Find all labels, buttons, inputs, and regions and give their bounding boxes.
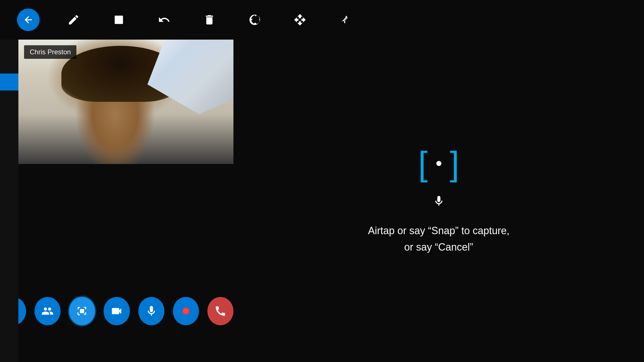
svg-rect-0 (115, 16, 123, 24)
snap-instruction: Airtap or say “Snap” to capture, or say … (368, 223, 509, 255)
pin-button[interactable] (334, 8, 357, 31)
pen-button[interactable] (62, 8, 85, 31)
screenshot-button[interactable] (69, 297, 95, 325)
undo-button[interactable] (153, 8, 175, 31)
toolbar (0, 0, 644, 40)
participant-name-badge: Chris Preston (24, 45, 76, 59)
participants-button[interactable] (35, 297, 61, 325)
svg-point-3 (183, 309, 188, 314)
microphone-large-icon (433, 192, 445, 211)
svg-rect-1 (80, 309, 84, 313)
hangup-button[interactable] (207, 297, 233, 325)
stop-button[interactable] (108, 8, 130, 31)
move-button[interactable] (289, 8, 311, 31)
bracket-dot (436, 161, 441, 166)
snap-bracket: [ ] (418, 146, 459, 180)
bracket-left-icon: [ (418, 146, 428, 180)
collapse-button[interactable] (17, 8, 40, 31)
bottom-controls (0, 297, 233, 325)
delete-button[interactable] (198, 8, 221, 31)
microphone-button[interactable] (138, 297, 164, 325)
sidebar (0, 40, 18, 362)
sidebar-accent (0, 74, 18, 90)
video-container: Chris Preston (18, 40, 233, 164)
snap-panel: [ ] Airtap or say “Snap” to capture, or … (233, 40, 644, 362)
bracket-right-icon: ] (450, 146, 459, 180)
target-button[interactable] (243, 8, 266, 31)
video-button[interactable] (104, 297, 130, 325)
record-button[interactable] (173, 297, 199, 325)
